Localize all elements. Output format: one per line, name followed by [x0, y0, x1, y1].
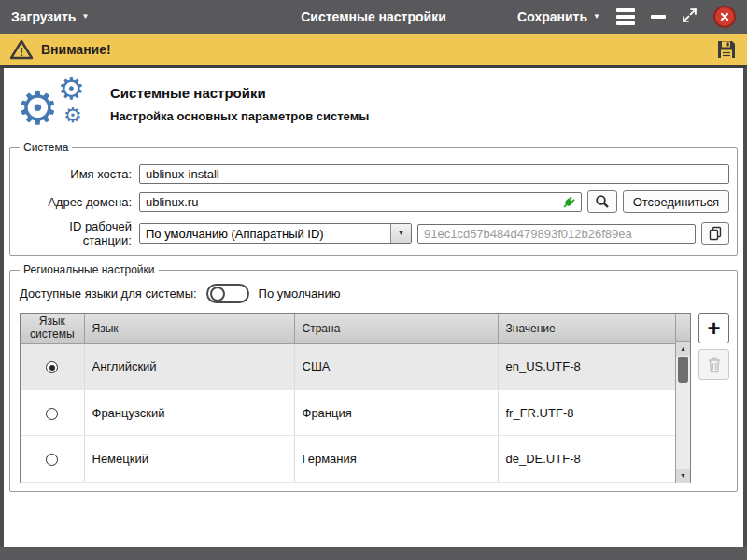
expand-button[interactable]	[682, 7, 698, 27]
country-cell: Германия	[294, 436, 498, 482]
regional-section-legend: Региональные настройки	[20, 263, 159, 276]
copy-button[interactable]	[701, 222, 729, 245]
titlebar: Загрузить ▼ Системные настройки Сохранит…	[0, 0, 747, 34]
hostname-label: Имя хоста:	[18, 167, 139, 181]
system-section-legend: Система	[20, 141, 72, 154]
chevron-down-icon: ▼	[593, 13, 600, 21]
workstation-id-label: ID рабочей станции:	[18, 219, 139, 247]
language-cell: Немецкий	[84, 436, 294, 482]
hostname-row: Имя хоста:	[18, 164, 729, 184]
scroll-down-button[interactable]: ▼	[676, 469, 690, 483]
system-language-cell	[21, 343, 84, 389]
country-cell: Франция	[294, 389, 498, 435]
scrollbar-thumb[interactable]	[678, 357, 688, 383]
locale-value-cell: fr_FR.UTF-8	[498, 389, 675, 435]
language-cell: Английский	[84, 343, 294, 389]
workstation-id-row: ID рабочей станции: По умолчанию (Аппара…	[18, 219, 729, 247]
gear-icon: ⚙	[58, 74, 85, 104]
language-cell: Французский	[84, 389, 294, 435]
language-radio[interactable]	[46, 408, 58, 420]
languages-table: Язык системы Язык Страна Значение Англий…	[20, 313, 691, 483]
workstation-id-selected-option: По умолчанию (Аппаратный ID)	[140, 224, 390, 243]
save-menu-label: Сохранить	[517, 9, 587, 24]
locale-value-cell: de_DE.UTF-8	[498, 436, 675, 482]
languages-table-area: Язык системы Язык Страна Значение Англий…	[18, 313, 729, 483]
settings-gears-icon: ⚙ ⚙ ⚙	[17, 77, 99, 137]
language-radio[interactable]	[46, 454, 58, 466]
table-scrollbar[interactable]: ▲ ▼	[675, 314, 690, 483]
toggle-knob	[210, 287, 225, 301]
warning-text: Внимание!	[41, 42, 111, 57]
table-empty-area	[21, 482, 675, 483]
trash-icon	[707, 357, 722, 373]
col-header-country: Страна	[294, 314, 498, 343]
page-subtitle: Настройка основных параметров системы	[110, 109, 369, 123]
workstation-id-select[interactable]: По умолчанию (Аппаратный ID) ▼	[139, 223, 412, 244]
disconnect-button[interactable]: Отсоединиться	[623, 190, 729, 213]
chevron-down-icon: ▼	[398, 230, 405, 237]
hostname-input[interactable]	[139, 164, 729, 184]
close-icon	[720, 12, 729, 21]
col-header-value: Значение	[498, 314, 675, 343]
languages-toggle-row: Доступные языки для системы: По умолчани…	[18, 284, 729, 303]
main-content: ⚙ ⚙ ⚙ Системные настройки Настройка осно…	[4, 68, 743, 547]
svg-text:!: !	[20, 46, 23, 59]
save-menu-button[interactable]: Сохранить ▼	[517, 9, 600, 24]
load-menu-button[interactable]: Загрузить ▼	[11, 9, 89, 24]
search-icon	[595, 194, 610, 209]
gear-icon: ⚙	[17, 85, 59, 132]
delete-language-button[interactable]	[698, 349, 729, 380]
domain-label: Адрес домена:	[18, 195, 139, 209]
page-header: ⚙ ⚙ ⚙ Системные настройки Настройка осно…	[4, 68, 743, 141]
warning-bar: ! Внимание!	[0, 34, 747, 68]
menu-icon[interactable]	[616, 8, 635, 25]
gear-icon: ⚙	[63, 105, 82, 126]
expand-icon	[682, 7, 698, 23]
window-bottom-border	[0, 547, 747, 560]
load-menu-label: Загрузить	[11, 9, 76, 24]
workstation-id-value	[417, 224, 696, 244]
page-title: Системные настройки	[110, 85, 369, 101]
chevron-down-icon: ▼	[81, 13, 89, 21]
copy-icon	[708, 226, 723, 241]
toggle-state-label: По умолчанию	[259, 287, 341, 301]
table-header-row: Язык системы Язык Страна Значение	[21, 314, 675, 343]
country-cell: США	[294, 343, 498, 389]
connected-plug-icon	[560, 194, 577, 211]
domain-input[interactable]	[139, 192, 582, 212]
select-dropdown-button[interactable]: ▼	[390, 224, 411, 243]
domain-row: Адрес домена:	[18, 190, 729, 213]
language-row[interactable]: ФранцузскийФранцияfr_FR.UTF-8	[21, 389, 675, 435]
languages-toggle[interactable]	[206, 284, 249, 303]
language-row[interactable]: АнглийскийСШАen_US.UTF-8	[21, 343, 675, 389]
languages-toggle-label: Доступные языки для системы:	[20, 287, 197, 301]
warning-icon: !	[9, 38, 34, 61]
system-language-cell	[21, 436, 84, 482]
add-language-button[interactable]: +	[698, 313, 729, 343]
col-header-language: Язык	[84, 314, 294, 343]
minimize-button[interactable]	[651, 15, 666, 19]
scrollbar-header-cap	[676, 314, 690, 342]
regional-section: Региональные настройки Доступные языки д…	[9, 263, 738, 492]
app-window: Загрузить ▼ Системные настройки Сохранит…	[0, 0, 747, 560]
locale-value-cell: en_US.UTF-8	[498, 343, 675, 389]
scrollbar-track[interactable]	[676, 356, 690, 469]
scroll-up-button[interactable]: ▲	[676, 342, 690, 356]
minimize-icon	[651, 15, 666, 19]
save-icon[interactable]	[715, 38, 738, 61]
col-header-system-language: Язык системы	[21, 314, 84, 343]
system-language-cell	[21, 389, 84, 435]
system-section: Система Имя хоста: Адрес домена:	[9, 141, 738, 256]
language-radio[interactable]	[46, 361, 58, 373]
close-button[interactable]	[713, 6, 736, 28]
search-button[interactable]	[587, 190, 617, 213]
language-row[interactable]: НемецкийГерманияde_DE.UTF-8	[21, 436, 675, 482]
